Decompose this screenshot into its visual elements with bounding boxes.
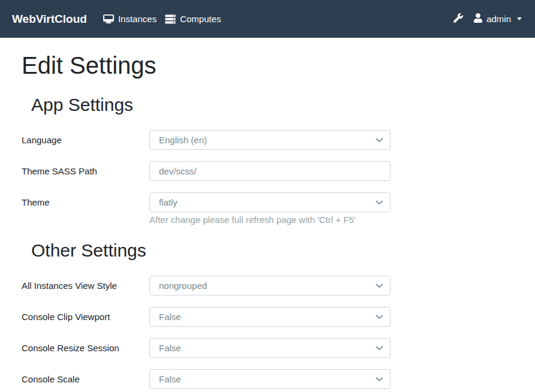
form-row-theme: Theme flatly After change please full re…	[22, 192, 513, 225]
form-row-all-instances-view-style: All Instances View Style nongrouped	[22, 276, 513, 295]
console-resize-session-select[interactable]: False	[149, 338, 390, 358]
settings-tools-button[interactable]	[450, 10, 467, 28]
user-icon	[474, 13, 482, 25]
form-row-console-resize-session: Console Resize Session False	[22, 338, 513, 358]
top-navbar: WebVirtCloud Instances Computes	[0, 0, 535, 38]
language-select[interactable]: English (en)	[149, 130, 390, 150]
form-row-language: Language English (en)	[22, 130, 513, 150]
brand-logo[interactable]: WebVirtCloud	[12, 13, 87, 26]
server-icon	[165, 14, 176, 24]
console-resize-session-label: Console Resize Session	[22, 343, 149, 353]
section-title-app-settings: App Settings	[31, 94, 513, 116]
form-row-console-scale: Console Scale False	[22, 369, 513, 389]
console-clip-viewport-label: Console Clip Viewport	[22, 312, 149, 322]
form-row-theme-sass-path: Theme SASS Path	[22, 161, 513, 181]
theme-sass-path-input[interactable]	[149, 161, 390, 181]
page-title: Edit Settings	[22, 51, 513, 80]
theme-sass-path-label: Theme SASS Path	[22, 166, 149, 176]
nav-item-label: Instances	[118, 14, 157, 24]
wrench-icon	[453, 13, 463, 25]
caret-down-icon	[517, 17, 522, 20]
nav-item-label: Computes	[180, 14, 221, 24]
theme-help-text: After change please full refresh page wi…	[149, 215, 390, 225]
theme-label: Theme	[22, 192, 149, 212]
all-instances-view-style-label: All Instances View Style	[22, 281, 149, 291]
console-scale-select[interactable]: False	[149, 369, 390, 389]
console-scale-label: Console Scale	[22, 374, 149, 384]
language-label: Language	[22, 135, 149, 145]
form-row-console-clip-viewport: Console Clip Viewport False	[22, 307, 513, 327]
nav-item-instances[interactable]: Instances	[99, 10, 161, 28]
navbar-right: admin	[450, 10, 523, 28]
main-content: Edit Settings App Settings Language Engl…	[0, 51, 535, 389]
section-title-other-settings: Other Settings	[31, 240, 513, 261]
console-clip-viewport-select[interactable]: False	[149, 307, 390, 327]
nav-item-computes[interactable]: Computes	[161, 10, 225, 28]
theme-select[interactable]: flatly	[149, 192, 390, 212]
all-instances-view-style-select[interactable]: nongrouped	[149, 276, 390, 295]
user-name: admin	[486, 14, 511, 24]
monitor-icon	[103, 14, 114, 24]
user-dropdown[interactable]: admin	[473, 10, 523, 28]
